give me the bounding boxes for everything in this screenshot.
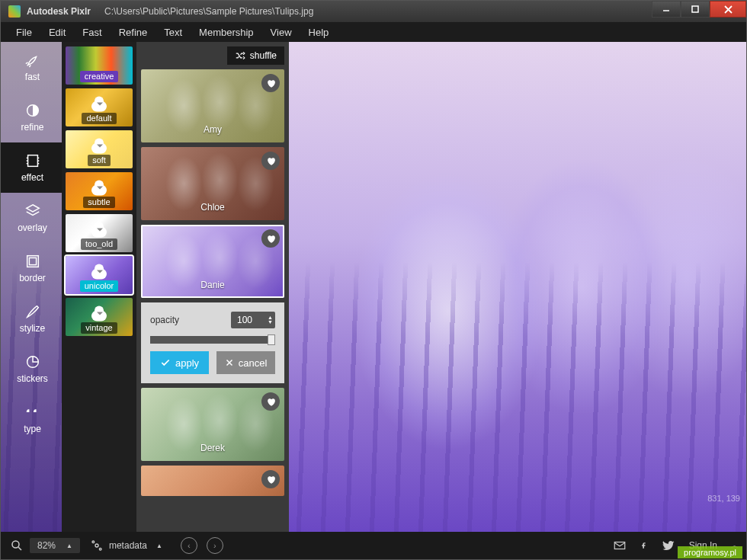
contrast-icon [24, 102, 41, 119]
tool-label: fast [25, 72, 40, 82]
menu-membership[interactable]: Membership [193, 25, 260, 40]
tool-refine[interactable]: refine [1, 92, 62, 142]
tool-type[interactable]: type [1, 394, 62, 444]
zoom-dropdown[interactable]: 82% ▲ [30, 538, 80, 553]
tool-border[interactable]: border [1, 243, 62, 293]
metadata-button[interactable]: metadata [109, 540, 147, 551]
category-label: creative [80, 71, 119, 82]
opacity-spinner[interactable]: 100 ▲▼ [231, 312, 275, 328]
favorite-button[interactable] [261, 392, 280, 411]
file-path: C:\Users\Public\Pictures\Sample Pictures… [104, 6, 313, 17]
frame-icon [24, 253, 41, 270]
cancel-label: cancel [239, 357, 268, 369]
category-vintage[interactable]: vintage [66, 298, 133, 336]
cloud-download-icon [91, 185, 107, 196]
mail-icon[interactable] [613, 539, 627, 552]
favorite-button[interactable] [261, 229, 280, 248]
apply-label: apply [175, 357, 199, 369]
svg-rect-1 [692, 6, 698, 12]
tool-label: stylize [20, 323, 45, 334]
svg-point-17 [95, 544, 98, 547]
category-label: default [82, 113, 116, 124]
category-label: vintage [81, 322, 117, 334]
cloud-download-icon [91, 227, 107, 238]
opacity-value: 100 [237, 315, 252, 325]
maximize-button[interactable] [681, 1, 710, 18]
opacity-label: opacity [150, 315, 179, 325]
tool-stylize[interactable]: stylize [1, 293, 62, 344]
tool-label: border [19, 273, 46, 283]
tool-rail: fast refine effect overlay border styliz… [1, 42, 62, 532]
menu-edit[interactable]: Edit [43, 25, 72, 40]
menu-help[interactable]: Help [303, 25, 335, 40]
preset-panel: shuffle Amy Chloe Danie opa [136, 42, 289, 532]
menubar: File Edit Fast Refine Text Membership Vi… [1, 22, 746, 42]
cloud-download-icon [91, 311, 107, 322]
brush-icon [24, 303, 41, 320]
tool-label: overlay [18, 222, 47, 233]
category-default[interactable]: default [66, 88, 133, 126]
titlebar: Autodesk Pixlr C:\Users\Public\Pictures\… [1, 1, 746, 22]
cloud-download-icon [91, 269, 107, 280]
app-icon [8, 5, 21, 18]
menu-file[interactable]: File [10, 25, 38, 40]
menu-fast[interactable]: Fast [76, 25, 107, 40]
tool-label: stickers [17, 373, 48, 384]
preset-derek[interactable]: Derek [141, 388, 284, 461]
tool-effect[interactable]: effect [1, 142, 62, 193]
tool-fast[interactable]: fast [1, 42, 62, 92]
watermark: programosy.pl [678, 546, 742, 558]
tool-label: refine [21, 122, 43, 133]
shuffle-button[interactable]: shuffle [227, 46, 284, 65]
category-creative[interactable]: creative [66, 46, 133, 85]
slider-thumb[interactable] [268, 334, 275, 345]
layers-icon [24, 203, 41, 219]
opacity-slider[interactable] [150, 336, 275, 344]
rocket-icon [24, 52, 41, 69]
favorite-button[interactable] [261, 470, 280, 488]
twitter-icon[interactable] [662, 539, 675, 552]
tool-overlay[interactable]: overlay [1, 193, 62, 243]
menu-view[interactable]: View [264, 25, 298, 40]
stepper-arrows-icon: ▲▼ [268, 315, 273, 325]
quote-icon [24, 404, 41, 421]
category-unicolor[interactable]: unicolor [66, 256, 133, 294]
category-label: soft [88, 155, 111, 166]
zoom-icon[interactable] [10, 539, 24, 552]
app-name: Autodesk Pixlr [27, 6, 91, 17]
minimize-button[interactable] [652, 1, 681, 18]
prev-button[interactable]: ‹ [181, 537, 197, 554]
tool-label: type [24, 424, 41, 434]
canvas-viewport[interactable] [289, 42, 746, 532]
cursor-coords: 831, 139 [707, 494, 740, 503]
category-label: unicolor [80, 280, 119, 292]
category-too-old[interactable]: too_old [66, 214, 133, 252]
facebook-icon[interactable] [640, 539, 648, 552]
cloud-download-icon [91, 101, 107, 112]
zoom-value: 82% [37, 540, 56, 551]
menu-refine[interactable]: Refine [113, 25, 154, 40]
category-soft[interactable]: soft [66, 130, 133, 168]
svg-point-15 [12, 541, 19, 548]
close-button[interactable] [710, 1, 746, 18]
category-label: subtle [83, 197, 114, 208]
preset-amy[interactable]: Amy [141, 69, 284, 142]
svg-point-18 [92, 541, 95, 543]
menu-text[interactable]: Text [158, 25, 188, 40]
svg-point-19 [99, 548, 101, 550]
preset-chloe[interactable]: Chloe [141, 147, 284, 220]
cancel-button[interactable]: cancel [216, 351, 275, 374]
category-subtle[interactable]: subtle [66, 172, 133, 210]
apply-button[interactable]: apply [150, 351, 209, 374]
preset-adjust-panel: opacity 100 ▲▼ apply can [141, 302, 284, 383]
statusbar: 82% ▲ metadata ▲ ‹ › Sign In ︿ [1, 532, 746, 559]
tool-stickers[interactable]: stickers [1, 344, 62, 394]
svg-line-16 [18, 547, 21, 550]
next-button[interactable]: › [207, 537, 223, 554]
favorite-button[interactable] [261, 152, 280, 170]
preset-danie[interactable]: Danie [141, 225, 284, 298]
preset-next[interactable] [141, 466, 284, 496]
favorite-button[interactable] [261, 74, 280, 92]
sticker-icon [24, 354, 41, 370]
cloud-download-icon [91, 143, 107, 154]
